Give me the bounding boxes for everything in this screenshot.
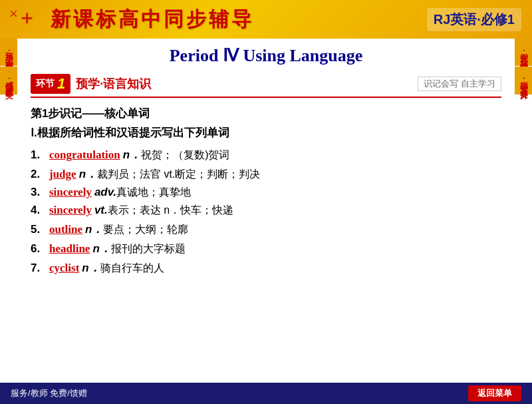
back-button[interactable]: 返回菜单 — [468, 385, 521, 401]
item-definition: 裁判员；法官 vt.断定；判断；判决 — [97, 168, 260, 182]
list-item: 4. sincerely vt. 表示；表达 n．快车；快递 — [31, 204, 501, 218]
list-item: 2. judge n． 裁判员；法官 vt.断定；判断；判决 — [31, 166, 501, 182]
cross-icon: ＋ — [17, 5, 36, 31]
item-pos: n． — [85, 222, 103, 237]
step-title: 第1步识记——核心单词 — [31, 106, 501, 121]
left-tab-1[interactable]: 预学·语言知识 — [0, 39, 17, 67]
list-item: 5. outline n． 要点；大纲；轮廓 — [31, 222, 501, 237]
item-word: outline — [49, 223, 82, 236]
left-tab-2[interactable]: 感悟·教材原文 — [0, 67, 17, 95]
item-pos: n． — [79, 166, 97, 182]
x-deco-icon: × — [9, 5, 18, 23]
badge-label: 环节 — [36, 78, 55, 90]
item-num: 6. — [31, 242, 49, 256]
item-pos: n． — [92, 241, 110, 256]
item-word: cyclist — [49, 262, 79, 275]
footer: 服务/教师 免费/馈赠 返回菜单 — [0, 383, 532, 404]
item-num: 2. — [31, 168, 49, 181]
item-num: 1. — [31, 148, 49, 162]
list-item: 1. congratulation n． 祝贺；（复数)贺词 — [31, 147, 501, 162]
item-word: headline — [49, 242, 90, 256]
item-pos: adv. — [94, 186, 116, 199]
list-item: 7. cyclist n． 骑自行车的人 — [31, 260, 501, 276]
item-num: 3. — [31, 186, 49, 199]
item-pos: n． — [123, 147, 141, 162]
item-num: 5. — [31, 223, 49, 236]
badge-number: 1 — [57, 75, 65, 93]
section-title: 预学·语言知识 — [76, 76, 151, 92]
right-tab-1[interactable]: 探究·核心知识 — [515, 39, 532, 67]
item-pos: n． — [82, 260, 100, 276]
section-note: 识记会写 自主学习 — [418, 77, 501, 91]
item-word: judge — [49, 168, 76, 181]
item-pos: vt. — [94, 204, 108, 217]
footer-text: 服务/教师 免费/馈赠 — [11, 387, 87, 399]
list-item: 3. sincerely adv. 真诚地；真挚地 — [31, 186, 501, 200]
section-badge: 环节 1 — [31, 74, 70, 94]
item-word: sincerely — [49, 204, 92, 217]
app-title: 新课标高中同步辅导 — [51, 6, 254, 33]
header-decoration: × ＋ — [0, 0, 53, 39]
item-num: 4. — [31, 204, 49, 217]
left-sidebar: 预学·语言知识 感悟·教材原文 — [0, 39, 17, 358]
item-word: sincerely — [49, 186, 92, 199]
item-definition: 要点；大纲；轮廓 — [103, 223, 188, 237]
vocab-list: 1. congratulation n． 祝贺；（复数)贺词 2. judge … — [31, 147, 501, 276]
item-definition: 报刊的大字标题 — [111, 242, 186, 256]
list-item: 6. headline n． 报刊的大字标题 — [31, 241, 501, 256]
item-word: congratulation — [49, 148, 120, 162]
main-content: Period Ⅳ Using Language 环节 1 预学·语言知识 识记会… — [17, 39, 515, 383]
period-title: Period Ⅳ Using Language — [31, 45, 501, 66]
book-title: RJ英语·必修1 — [427, 8, 521, 31]
section-header: 环节 1 预学·语言知识 识记会写 自主学习 — [31, 74, 501, 98]
item-definition: 真诚地；真挚地 — [116, 186, 191, 200]
item-definition: 祝贺；（复数)贺词 — [141, 148, 229, 162]
header: × ＋ 新课标高中同步辅导 RJ英语·必修1 — [0, 0, 532, 39]
step-subtitle: Ⅰ.根据所给词性和汉语提示写出下列单词 — [31, 125, 501, 140]
right-sidebar: 探究·核心知识 指导·写作提升 — [515, 39, 532, 358]
item-num: 7. — [31, 262, 49, 275]
item-definition: 骑自行车的人 — [100, 262, 164, 276]
item-definition: 表示；表达 n．快车；快递 — [108, 204, 233, 218]
right-tab-2[interactable]: 指导·写作提升 — [515, 67, 532, 95]
